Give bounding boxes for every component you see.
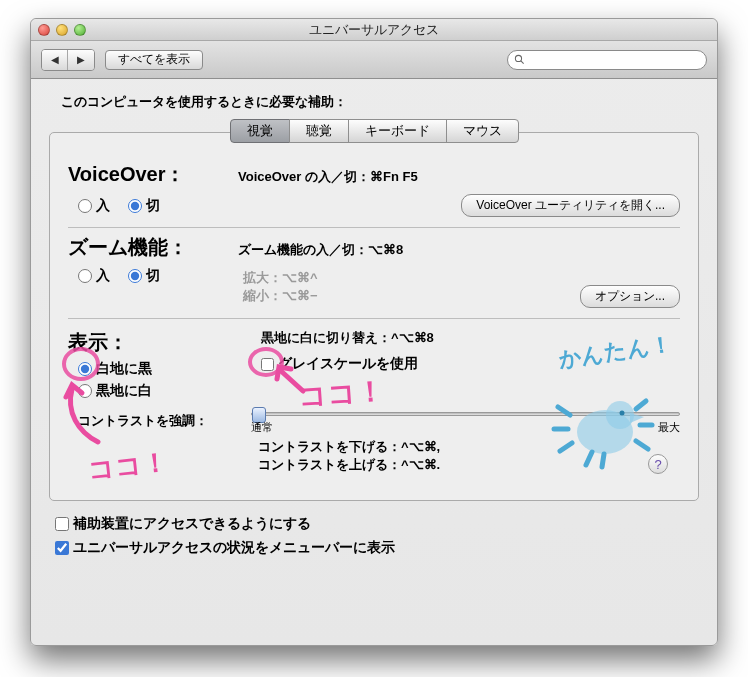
- section-display: 表示： 白地に黒 黒地に白: [68, 318, 680, 484]
- annotation-koko-1: ココ！: [86, 445, 169, 488]
- display-heading: 表示：: [68, 329, 228, 356]
- voiceover-off-label: 切: [146, 197, 160, 215]
- toolbar: ◀ ▶ すべてを表示: [31, 41, 717, 79]
- assistive-devices-input[interactable]: [55, 517, 69, 531]
- tab-keyboard[interactable]: キーボード: [348, 119, 447, 143]
- black-on-white-radio[interactable]: 白地に黒: [78, 360, 243, 378]
- help-button[interactable]: ?: [648, 454, 668, 474]
- minimize-button[interactable]: [56, 24, 68, 36]
- zoom-heading: ズーム機能：: [68, 234, 228, 261]
- contrast-down-shortcut: コントラストを下げる：^⌥⌘,: [258, 438, 680, 456]
- slider-max-label: 最大: [658, 420, 680, 435]
- white-on-black-input[interactable]: [78, 384, 92, 398]
- tab-mouse[interactable]: マウス: [446, 119, 519, 143]
- invert-shortcut: 黒地に白に切り替え：^⌥⌘8: [261, 329, 680, 347]
- open-voiceover-utility-button[interactable]: VoiceOver ユーティリティを開く...: [461, 194, 680, 217]
- tab-pane: VoiceOver： VoiceOver の入／切：⌘Fn F5 入 切 Voi…: [49, 132, 699, 501]
- assistive-devices-label: 補助装置にアクセスできるようにする: [73, 515, 311, 533]
- zoom-on-input[interactable]: [78, 269, 92, 283]
- svg-line-8: [636, 401, 646, 409]
- window-title: ユニバーサルアクセス: [31, 21, 717, 39]
- section-zoom: ズーム機能： ズーム機能の入／切：⌥⌘8 入 切 拡大：⌥⌘^ 縮小：⌥⌘−: [68, 227, 680, 318]
- black-on-white-label: 白地に黒: [96, 360, 152, 378]
- footer-checks: 補助装置にアクセスできるようにする ユニバーサルアクセスの状況をメニューバーに表…: [55, 515, 699, 557]
- voiceover-off-input[interactable]: [128, 199, 142, 213]
- menubar-status-label: ユニバーサルアクセスの状況をメニューバーに表示: [73, 539, 395, 557]
- zoom-on-radio[interactable]: 入: [78, 267, 110, 285]
- search-field[interactable]: [507, 50, 707, 70]
- search-input[interactable]: [529, 53, 700, 67]
- zoom-off-label: 切: [146, 267, 160, 285]
- svg-point-0: [515, 55, 521, 61]
- menubar-status-checkbox[interactable]: ユニバーサルアクセスの状況をメニューバーに表示: [55, 539, 699, 557]
- contrast-slider[interactable]: 通常 最大: [251, 412, 680, 430]
- traffic-lights: [38, 24, 86, 36]
- voiceover-on-radio[interactable]: 入: [78, 197, 110, 215]
- voiceover-heading: VoiceOver：: [68, 161, 228, 188]
- tab-seeing[interactable]: 視覚: [230, 119, 290, 143]
- grayscale-label: グレイスケールを使用: [278, 355, 418, 373]
- zoom-off-radio[interactable]: 切: [128, 267, 160, 285]
- intro-text: このコンピュータを使用するときに必要な補助：: [61, 93, 699, 111]
- content: このコンピュータを使用するときに必要な補助： 視覚 聴覚 キーボード マウス V…: [31, 79, 717, 573]
- zoom-shortcut: ズーム機能の入／切：⌥⌘8: [238, 241, 403, 259]
- grayscale-input[interactable]: [261, 358, 274, 371]
- section-voiceover: VoiceOver： VoiceOver の入／切：⌘Fn F5 入 切 Voi…: [68, 155, 680, 227]
- zoom-options-button[interactable]: オプション...: [580, 285, 680, 308]
- contrast-up-shortcut: コントラストを上げる：^⌥⌘.: [258, 456, 680, 474]
- zoom-on-label: 入: [96, 267, 110, 285]
- voiceover-off-radio[interactable]: 切: [128, 197, 160, 215]
- prefs-window: ユニバーサルアクセス ◀ ▶ すべてを表示 このコンピュータを使用するときに必要…: [30, 18, 718, 646]
- contrast-label: コントラストを強調：: [68, 412, 243, 430]
- voiceover-shortcut: VoiceOver の入／切：⌘Fn F5: [238, 168, 418, 186]
- slider-min-label: 通常: [251, 420, 273, 435]
- voiceover-on-label: 入: [96, 197, 110, 215]
- white-on-black-radio[interactable]: 黒地に白: [78, 382, 243, 400]
- show-all-button[interactable]: すべてを表示: [105, 50, 203, 70]
- grayscale-checkbox[interactable]: グレイスケールを使用: [261, 355, 418, 373]
- tabs: 視覚 聴覚 キーボード マウス: [49, 119, 699, 143]
- slider-track: [251, 412, 680, 416]
- assistive-devices-checkbox[interactable]: 補助装置にアクセスできるようにする: [55, 515, 699, 533]
- menubar-status-input[interactable]: [55, 541, 69, 555]
- zoom-off-input[interactable]: [128, 269, 142, 283]
- nav-buttons: ◀ ▶: [41, 49, 95, 71]
- titlebar: ユニバーサルアクセス: [31, 19, 717, 41]
- zoom-button[interactable]: [74, 24, 86, 36]
- svg-line-1: [521, 61, 524, 64]
- search-icon: [514, 54, 525, 65]
- white-on-black-label: 黒地に白: [96, 382, 152, 400]
- back-button[interactable]: ◀: [42, 50, 68, 70]
- voiceover-on-input[interactable]: [78, 199, 92, 213]
- black-on-white-input[interactable]: [78, 362, 92, 376]
- close-button[interactable]: [38, 24, 50, 36]
- tab-hearing[interactable]: 聴覚: [289, 119, 349, 143]
- forward-button[interactable]: ▶: [68, 50, 94, 70]
